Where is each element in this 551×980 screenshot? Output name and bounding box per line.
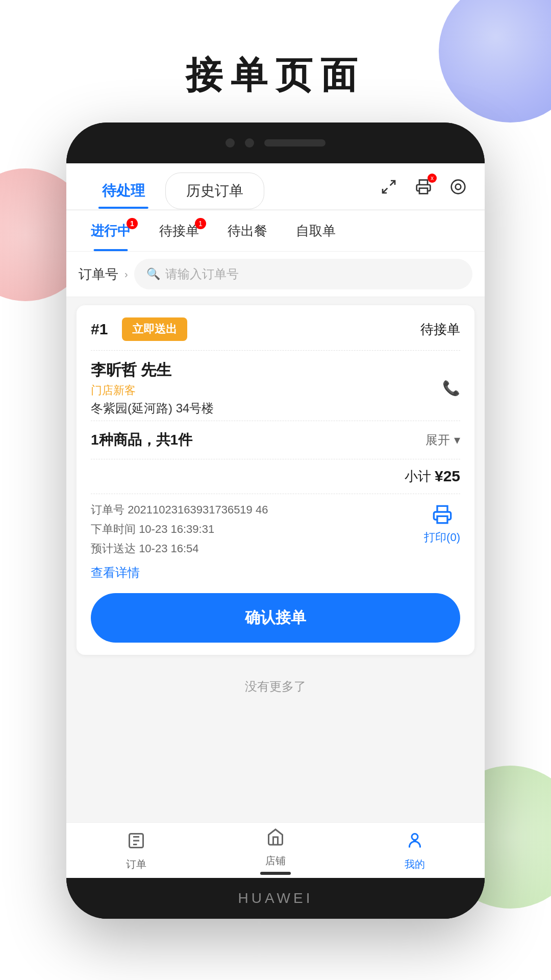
home-indicator <box>260 872 291 875</box>
in-progress-badge: 1 <box>127 218 138 229</box>
delivery-time-text: 预计送达 10-23 16:54 <box>91 541 268 556</box>
main-tabs-row: 待处理 历史订单 x <box>66 163 485 210</box>
phone-screen: 待处理 历史订单 x <box>66 163 485 878</box>
phone-top-bar <box>66 122 485 163</box>
sub-tab-awaiting-meal[interactable]: 待出餐 <box>213 211 282 251</box>
scrollable-content: #1 立即送出 待接单 李昕哲 先生 门店新客 冬紫园(延河路) 34号楼 📞 <box>66 297 485 822</box>
svg-point-10 <box>412 834 418 840</box>
svg-point-4 <box>456 184 461 190</box>
order-number: #1 <box>91 321 108 338</box>
order-detail-link[interactable]: 查看详情 <box>91 565 268 581</box>
sub-tab-pending-accept[interactable]: 待接单 1 <box>145 211 213 251</box>
svg-line-1 <box>383 188 387 193</box>
phone-bottom-bar: HUAWEI <box>66 878 485 919</box>
search-label: 订单号 <box>79 265 118 283</box>
order-info-left: 订单号 20211023163931736519 46 下单时间 10-23 1… <box>91 502 268 581</box>
svg-point-3 <box>452 180 465 194</box>
chevron-right-icon: › <box>124 268 128 280</box>
phone-call-icon[interactable]: 📞 <box>442 380 460 397</box>
svg-line-0 <box>390 181 395 185</box>
order-card: #1 立即送出 待接单 李昕哲 先生 门店新客 冬紫园(延河路) 34号楼 📞 <box>77 305 474 655</box>
camera-icon[interactable] <box>447 176 469 198</box>
order-header: #1 立即送出 待接单 <box>91 317 460 351</box>
profile-nav-label: 我的 <box>405 857 425 871</box>
orders-nav-icon <box>127 831 145 854</box>
print-toolbar-icon[interactable]: x <box>412 176 435 198</box>
order-id-text: 订单号 20211023163931736519 46 <box>91 502 268 518</box>
camera-dot-1 <box>226 138 235 148</box>
phone-mockup: 待处理 历史订单 x <box>66 122 485 919</box>
customer-info-row: 李昕哲 先生 门店新客 冬紫园(延河路) 34号楼 📞 <box>91 351 460 421</box>
search-row: 订单号 › 🔍 请输入订单号 <box>66 252 485 297</box>
order-items-summary: 1种商品，共1件 <box>91 430 192 450</box>
camera-dot-2 <box>245 138 254 148</box>
search-placeholder: 请输入订单号 <box>165 266 239 282</box>
place-time-text: 下单时间 10-23 16:39:31 <box>91 522 268 537</box>
customer-name: 李昕哲 先生 <box>91 360 214 381</box>
order-items-row: 1种商品，共1件 展开 ▾ <box>91 421 460 459</box>
sub-tabs-row: 进行中 1 待接单 1 待出餐 自取单 <box>66 211 485 252</box>
svg-rect-5 <box>437 516 447 523</box>
confirm-order-button[interactable]: 确认接单 <box>91 593 460 643</box>
phone-brand: HUAWEI <box>238 890 313 906</box>
order-info-row: 订单号 20211023163931736519 46 下单时间 10-23 1… <box>91 494 460 589</box>
page-title: 接单页面 <box>0 51 551 100</box>
print-icon <box>430 502 455 527</box>
fullscreen-icon[interactable] <box>378 176 400 198</box>
customer-address: 冬紫园(延河路) 34号楼 <box>91 400 214 416</box>
store-nav-icon <box>266 828 285 851</box>
print-button[interactable]: 打印(0) <box>424 502 460 545</box>
tab-pending[interactable]: 待处理 <box>82 173 165 209</box>
no-more-label: 没有更多了 <box>66 663 485 710</box>
order-delivery-tag: 立即送出 <box>122 317 187 341</box>
subtotal-label: 小计 <box>405 468 431 485</box>
orders-nav-label: 订单 <box>126 857 146 871</box>
nav-item-store[interactable]: 店铺 <box>206 828 345 875</box>
bottom-nav: 订单 店铺 <box>66 822 485 878</box>
print-badge: x <box>428 174 437 183</box>
nav-item-orders[interactable]: 订单 <box>66 831 206 871</box>
search-input-container[interactable]: 🔍 请输入订单号 <box>134 259 472 289</box>
subtotal-amount: ¥25 <box>435 468 460 485</box>
expand-button[interactable]: 展开 ▾ <box>425 432 460 448</box>
chevron-down-icon: ▾ <box>454 433 460 447</box>
store-nav-label: 店铺 <box>265 854 286 868</box>
svg-rect-2 <box>419 188 428 194</box>
search-icon: 🔍 <box>146 267 160 281</box>
svg-point-11 <box>413 839 416 842</box>
order-subtotal-row: 小计 ¥25 <box>91 459 460 494</box>
customer-tag: 门店新客 <box>91 383 214 398</box>
customer-details: 李昕哲 先生 门店新客 冬紫园(延河路) 34号楼 <box>91 360 214 416</box>
print-label: 打印(0) <box>424 530 460 545</box>
tab-history[interactable]: 历史订单 <box>165 173 264 209</box>
nav-item-profile[interactable]: 我的 <box>345 831 485 871</box>
phone-speaker <box>264 139 325 146</box>
profile-nav-icon <box>406 831 424 854</box>
order-status: 待接单 <box>420 321 460 338</box>
toolbar-icons: x <box>378 176 469 206</box>
pending-accept-badge: 1 <box>195 218 206 229</box>
sub-tab-in-progress[interactable]: 进行中 1 <box>77 211 145 251</box>
sub-tab-self-pickup[interactable]: 自取单 <box>282 211 350 251</box>
